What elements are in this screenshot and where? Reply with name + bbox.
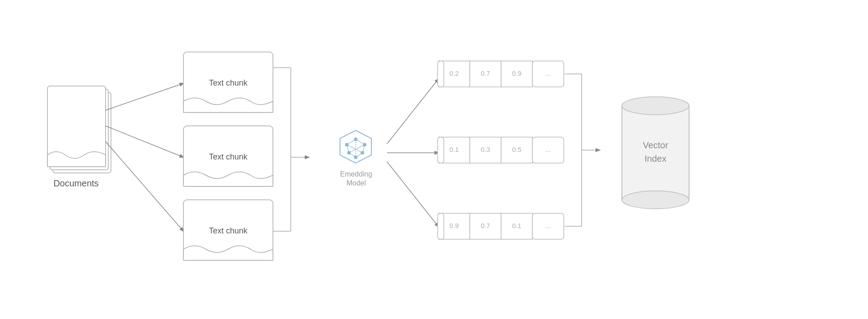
svg-line-27 [349,145,365,153]
svg-text:Text chunk: Text chunk [209,152,248,161]
svg-point-18 [345,143,349,147]
svg-point-20 [347,151,351,155]
svg-line-25 [347,145,349,153]
svg-rect-7 [183,52,273,112]
svg-line-26 [347,145,362,153]
svg-text:...: ... [545,69,551,77]
svg-rect-39 [501,61,532,87]
svg-text:0.7: 0.7 [481,222,490,229]
svg-text:Vector: Vector [643,140,668,150]
svg-rect-57 [501,213,532,239]
svg-text:Index: Index [645,154,667,164]
svg-rect-46 [438,137,470,163]
svg-point-22 [354,155,357,159]
svg-rect-38 [470,61,501,87]
svg-rect-56 [470,213,501,239]
svg-rect-58 [532,213,564,239]
svg-line-29 [349,153,356,157]
svg-text:Documents: Documents [53,178,98,188]
svg-text:...: ... [545,222,551,229]
svg-rect-50 [438,137,444,163]
svg-text:0.2: 0.2 [450,69,459,77]
svg-line-6 [106,142,183,231]
svg-rect-2 [47,86,106,167]
svg-text:0.9: 0.9 [512,69,522,77]
svg-line-36 [387,162,438,227]
svg-rect-48 [501,137,532,163]
svg-rect-40 [532,61,564,87]
svg-rect-49 [532,137,564,163]
svg-rect-68 [622,106,689,200]
svg-text:0.7: 0.7 [481,69,490,77]
svg-line-34 [387,79,438,144]
svg-text:Emedding: Emedding [340,170,372,178]
svg-text:0.9: 0.9 [450,222,459,229]
svg-rect-55 [438,213,470,239]
svg-rect-59 [438,213,444,239]
svg-rect-47 [470,137,501,163]
svg-point-70 [622,191,689,209]
svg-point-17 [354,138,357,141]
svg-line-24 [356,139,365,145]
svg-rect-11 [183,200,273,260]
svg-line-30 [356,153,362,157]
svg-line-4 [106,83,183,110]
svg-line-23 [347,139,356,145]
svg-text:Text chunk: Text chunk [209,78,248,87]
svg-text:Text chunk: Text chunk [209,226,248,235]
svg-point-21 [361,151,364,155]
svg-text:...: ... [545,146,551,153]
svg-rect-41 [438,61,444,87]
svg-point-19 [363,143,366,147]
svg-rect-1 [50,89,108,170]
svg-text:0.5: 0.5 [512,146,522,153]
svg-text:0.1: 0.1 [450,146,459,153]
svg-rect-0 [53,92,111,173]
rag-diagram: Documents Text chunk Text chunk Text chu… [31,16,837,303]
svg-point-69 [622,97,689,115]
svg-line-5 [106,126,183,157]
svg-rect-9 [183,126,273,186]
svg-text:0.3: 0.3 [481,146,490,153]
svg-text:0.1: 0.1 [512,222,522,229]
svg-text:Model: Model [346,179,366,187]
svg-line-28 [362,145,365,153]
svg-rect-37 [438,61,470,87]
